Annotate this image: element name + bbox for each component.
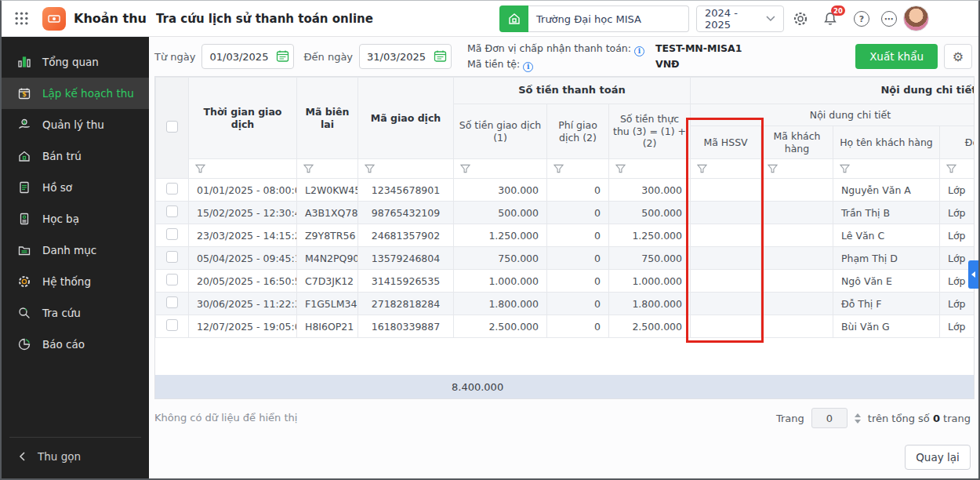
sidebar-item-quan-ly-thu[interactable]: $ Quản lý thu [2,109,149,140]
step-up-icon[interactable] [855,413,861,417]
cell-actual: 1.250.000 [609,224,691,247]
col-header-actual: Số tiền thực thu (3) = (1) + (2) [609,104,691,159]
sidebar-nav: Tổng quan $ Lập kế hoạch thu $ Quản lý t… [2,37,149,478]
filter-cell [358,159,454,179]
total-amount: 8.400.000 [452,381,503,393]
cell-receipt: C7D3JK12 [297,270,358,293]
col-header-amount: Số tiền giao dịch (1) [454,104,547,159]
help-icon[interactable]: ? [853,10,870,27]
cell-txn: 31415926535 [358,270,454,293]
school-selector[interactable]: Trường Đại học MISA [499,5,689,32]
info-icon[interactable]: i [634,46,644,56]
cell-hssv [691,270,761,293]
col-header-hssv: Mã HSSV [691,126,761,159]
filter-funnel-icon[interactable] [303,164,314,173]
back-button[interactable]: Quay lại [905,445,971,470]
row-select-cell [156,179,189,202]
cell-unit: Lớp [940,224,975,247]
col-header-receipt: Mã biên lai [297,78,358,159]
filter-funnel-icon[interactable] [768,164,778,173]
sidebar-item-ban-tru[interactable]: Bán trú [2,140,149,172]
sidebar-collapse-button[interactable]: Thu gọn [2,441,149,472]
row-checkbox[interactable] [166,319,178,331]
filter-funnel-icon[interactable] [554,164,564,173]
cell-actual: 1.000.000 [609,270,691,293]
cell-customer-code [761,315,833,338]
table-row: 20/05/2025 - 16:50:55 C7D3JK12 314159265… [156,270,975,293]
filter-cell [940,159,975,179]
sidebar-item-lap-ke-hoach-thu[interactable]: $ Lập kế hoạch thu [2,78,149,109]
cell-customer-code [761,270,833,293]
filter-funnel-icon[interactable] [195,164,205,173]
sidebar-item-tong-quan[interactable]: Tổng quan [2,46,149,78]
col-header-customer-code: Mã khách hàng [761,126,833,159]
col-header-customer-name: Họ tên khách hàng [833,126,940,159]
notifications-bell-icon[interactable]: 20 [822,10,839,27]
export-button[interactable]: Xuất khẩu [855,44,938,69]
user-avatar[interactable] [903,5,929,31]
filter-cell [547,159,609,179]
table-row: 15/02/2025 - 12:30:45 A3B1XQ78 987654321… [156,202,975,224]
sidebar-item-danh-muc[interactable]: Danh mục [2,235,149,266]
sidebar-item-hoc-ba[interactable]: Học bạ [2,203,149,235]
cell-time: 15/02/2025 - 12:30:45 [189,202,297,224]
filter-funnel-icon[interactable] [460,164,470,173]
school-year-select[interactable]: 2024 - 2025 [696,5,784,32]
cell-fee: 0 [547,202,609,224]
step-down-icon[interactable] [855,420,861,424]
page-label: Trang [776,413,804,424]
page-stepper[interactable] [855,413,861,424]
gear-icon [17,275,31,289]
row-checkbox[interactable] [166,296,178,308]
filter-funnel-icon[interactable] [697,164,707,173]
filter-funnel-icon[interactable] [365,164,375,173]
main-content: Từ ngày Đến ngày Mã Đơn vị chấp nhận tha… [149,37,978,478]
row-checkbox[interactable] [166,228,178,240]
filter-funnel-icon[interactable] [615,164,626,173]
cell-amount: 300.000 [454,179,547,202]
row-checkbox[interactable] [166,274,178,285]
cell-fee: 0 [547,247,609,270]
folder-icon [17,243,31,257]
filter-cell [189,159,297,179]
calendar-icon[interactable] [434,49,447,63]
row-select-cell [156,247,189,270]
cell-receipt: M4N2PQ90 [297,247,358,270]
filter-funnel-icon[interactable] [946,164,956,173]
cell-actual: 1.800.000 [609,293,691,315]
sidebar-item-bao-cao[interactable]: Báo cáo [2,329,149,360]
col-header-fee: Phí giao dịch (2) [547,104,609,159]
info-icon[interactable]: i [523,62,533,72]
sidebar-item-he-thong[interactable]: Hệ thống [2,266,149,297]
table-settings-gear-icon[interactable]: ⚙ [944,44,972,69]
page-number-input[interactable] [811,408,848,428]
page-title: Tra cứu lịch sử thanh toán online [156,12,373,26]
app-launcher-grid-icon[interactable] [14,11,29,26]
calendar-money-icon: $ [17,86,31,100]
row-checkbox[interactable] [166,205,178,217]
calendar-icon[interactable] [276,49,289,63]
cell-fee: 0 [547,293,609,315]
magnifier-icon [17,306,31,320]
hand-coin-icon: $ [17,118,31,132]
sidebar-item-label: Học bạ [42,213,79,225]
row-checkbox[interactable] [166,251,178,263]
select-all-checkbox[interactable] [166,121,178,133]
filter-funnel-icon[interactable] [840,164,850,173]
subgroup-header-detail: Nội dung chi tiết [691,104,975,126]
cell-hssv [691,179,761,202]
cell-time: 30/06/2025 - 11:22:33 [189,293,297,315]
settings-gear-icon[interactable] [792,10,809,27]
notification-count-badge: 20 [831,5,845,16]
sidebar-item-label: Bán trú [42,150,82,162]
cell-customer-code [761,247,833,270]
sidebar-divider [9,437,141,438]
sidebar-item-ho-so[interactable]: Hồ sơ [2,172,149,203]
side-panel-toggle[interactable] [968,260,978,289]
sidebar-item-tra-cuu[interactable]: Tra cứu [2,297,149,329]
table-row: 30/06/2025 - 11:22:33 F1G5LM34 271828182… [156,293,975,315]
more-options-icon[interactable]: ⋯ [880,10,898,27]
group-header-detail: Nội dung chi tiết [691,78,975,104]
row-checkbox[interactable] [166,183,178,195]
cell-unit: Lớp [940,179,975,202]
